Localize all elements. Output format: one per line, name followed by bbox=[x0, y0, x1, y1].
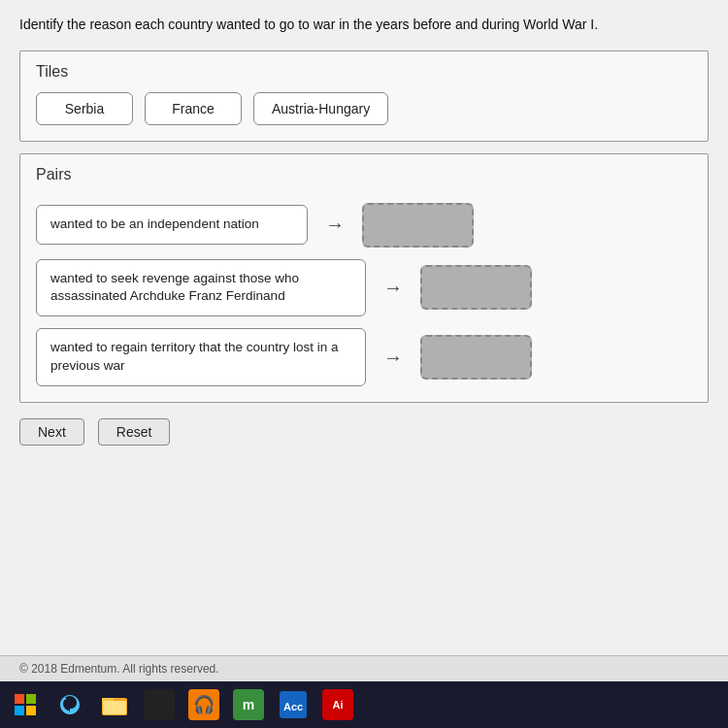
svg-rect-0 bbox=[15, 694, 24, 704]
next-button[interactable]: Next bbox=[19, 418, 84, 446]
svg-text:Acc: Acc bbox=[283, 701, 303, 712]
drop-target-3[interactable] bbox=[420, 335, 532, 380]
pairs-section: Pairs wanted to be an independent nation… bbox=[19, 153, 709, 404]
reset-button[interactable]: Reset bbox=[98, 418, 171, 446]
tiles-section: Tiles Serbia France Austria-Hungary bbox=[19, 50, 709, 142]
arrow-3: → bbox=[383, 347, 403, 369]
m-icon[interactable]: m bbox=[233, 689, 264, 720]
adobe-icon[interactable]: Ai bbox=[322, 689, 353, 720]
dark-icon[interactable] bbox=[144, 689, 175, 720]
svg-rect-3 bbox=[26, 706, 36, 715]
windows-start-icon[interactable] bbox=[10, 689, 41, 720]
footer-text: © 2018 Edmentum. All rights reserved. bbox=[19, 662, 219, 676]
tiles-title: Tiles bbox=[36, 63, 692, 81]
instruction-text: Identify the reason each country wanted … bbox=[19, 16, 709, 35]
headphones-icon[interactable]: 🎧 bbox=[188, 689, 219, 720]
pair-row-1: wanted to be an independent nation → bbox=[36, 203, 692, 248]
pair-statement-3: wanted to regain territory that the coun… bbox=[36, 328, 366, 386]
pair-row-2: wanted to seek revenge against those who… bbox=[36, 259, 692, 317]
drop-target-2[interactable] bbox=[420, 265, 532, 310]
pair-statement-2: wanted to seek revenge against those who… bbox=[36, 259, 366, 317]
accelerate-icon[interactable]: Acc bbox=[278, 689, 309, 720]
arrow-2: → bbox=[383, 277, 403, 299]
drop-target-1[interactable] bbox=[362, 203, 474, 248]
arrow-1: → bbox=[325, 214, 345, 236]
svg-rect-6 bbox=[103, 701, 126, 714]
tile-france[interactable]: France bbox=[145, 92, 242, 125]
tile-austria-hungary[interactable]: Austria-Hungary bbox=[253, 92, 388, 125]
tile-serbia[interactable]: Serbia bbox=[36, 92, 133, 125]
file-explorer-icon[interactable] bbox=[99, 689, 130, 720]
buttons-row: Next Reset bbox=[19, 418, 709, 446]
pair-row-3: wanted to regain territory that the coun… bbox=[36, 328, 692, 386]
pairs-rows: wanted to be an independent nation → wan… bbox=[36, 203, 692, 387]
pair-statement-1: wanted to be an independent nation bbox=[36, 205, 308, 245]
main-content: Identify the reason each country wanted … bbox=[0, 0, 728, 655]
footer: © 2018 Edmentum. All rights reserved. bbox=[0, 655, 728, 681]
taskbar: 🎧 m Acc Ai bbox=[0, 681, 728, 728]
pairs-title: Pairs bbox=[36, 166, 692, 183]
tiles-row: Serbia France Austria-Hungary bbox=[36, 92, 692, 125]
edge-icon[interactable] bbox=[54, 689, 85, 720]
svg-rect-1 bbox=[26, 694, 36, 704]
svg-rect-2 bbox=[15, 706, 24, 715]
